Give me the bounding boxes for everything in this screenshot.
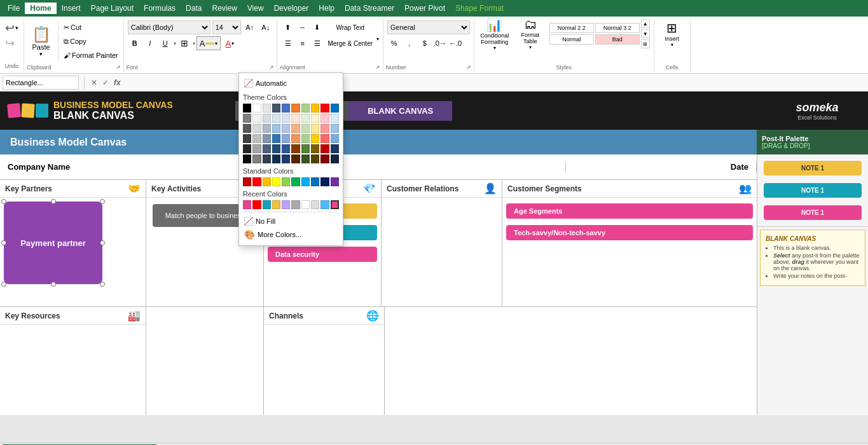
theme-swatch-blue3[interactable]	[331, 104, 339, 113]
theme-swatch-yellow[interactable]	[311, 104, 319, 113]
style-normal[interactable]: Normal	[549, 34, 594, 44]
menu-data[interactable]: Data	[181, 3, 207, 14]
clipboard-expand-icon[interactable]: ↗	[116, 64, 121, 71]
redo-button[interactable]: ↪	[3, 36, 21, 51]
underline-button[interactable]: U	[158, 36, 172, 50]
align-left-button[interactable]: ☰	[281, 36, 295, 50]
menu-insert[interactable]: Insert	[57, 3, 86, 14]
number-format-select[interactable]: General	[387, 20, 470, 34]
theme-swatch-green[interactable]	[301, 104, 310, 113]
menu-developer[interactable]: Developer	[269, 3, 314, 14]
theme-swatch-red[interactable]	[320, 104, 329, 113]
number-expand-icon[interactable]: ↗	[466, 64, 471, 71]
theme-swatch-blue2[interactable]	[282, 104, 290, 113]
no-fill-label: No Fill	[256, 217, 275, 225]
theme-swatch-blue1[interactable]	[272, 104, 280, 113]
menu-review[interactable]: Review	[207, 3, 242, 14]
bold-button[interactable]: B	[128, 36, 142, 50]
handle-br[interactable]	[100, 282, 105, 287]
handle-tl[interactable]	[1, 199, 6, 204]
increase-font-button[interactable]: A↑	[243, 20, 257, 34]
decrease-font-button[interactable]: A↓	[259, 20, 273, 34]
copy-button[interactable]: ⧉ Copy	[61, 37, 121, 46]
italic-button[interactable]: I	[143, 36, 157, 50]
merge-center-button[interactable]: Merge & Center	[325, 36, 376, 50]
align-middle-button[interactable]: ↔	[296, 20, 310, 34]
style-scroll-up[interactable]: ▲	[641, 19, 650, 28]
conditional-formatting-button[interactable]: 📊 Conditional Formatting ▾	[478, 16, 511, 52]
formula-input[interactable]	[125, 76, 865, 90]
blank-canvas-nav-button[interactable]: BLANK CANVAS	[348, 101, 452, 121]
font-row1: Calibri (Body) 14 A↑ A↓	[128, 20, 273, 34]
style-scroll-down[interactable]: ▼	[641, 29, 650, 38]
insert-function-icon[interactable]: fx	[113, 77, 122, 88]
palette-note-teal[interactable]: NOTE 1	[764, 183, 862, 198]
menu-data-streamer[interactable]: Data Streamer	[340, 3, 399, 14]
menu-home[interactable]: Home	[25, 3, 56, 14]
palette-note-pink[interactable]: NOTE 1	[764, 205, 862, 220]
insert-button[interactable]: ⊞ Insert ▾	[659, 20, 685, 48]
handle-ml[interactable]	[1, 240, 6, 245]
align-right-button[interactable]: ☰	[310, 36, 324, 50]
alignment-expand-icon[interactable]: ↗	[375, 64, 380, 71]
font-color-button[interactable]: A ▾	[222, 36, 237, 50]
font-expand-icon[interactable]: ↗	[269, 64, 274, 71]
decrease-decimal-button[interactable]: ←.0	[448, 36, 462, 50]
format-as-table-button[interactable]: 🗂 Format Table ▾	[514, 16, 547, 51]
copy-icon: ⧉	[64, 38, 69, 46]
menu-help[interactable]: Help	[313, 3, 340, 14]
fill-color-button[interactable]: A ▾	[196, 36, 221, 50]
increase-decimal-button[interactable]: .0→	[433, 36, 447, 50]
theme-swatch-lightgray[interactable]	[263, 104, 271, 113]
theme-colors-label: Theme Colors	[243, 93, 339, 101]
postit-container[interactable]: Payment partner	[4, 202, 102, 284]
handle-mr[interactable]	[100, 240, 105, 245]
wrap-text-button[interactable]: Wrap Text	[325, 20, 376, 34]
palette-note-yellow[interactable]: NOTE 1	[764, 161, 862, 175]
handle-tm[interactable]	[51, 199, 56, 204]
key-activities-label: Key Activities	[151, 184, 201, 193]
align-center-button[interactable]: ≡	[296, 36, 310, 50]
tag-age-segments[interactable]: Age Segments	[506, 203, 753, 219]
handle-tr[interactable]	[100, 199, 105, 204]
percent-button[interactable]: %	[387, 36, 401, 50]
right-palette-panel: NOTE 1 NOTE 1 NOTE 1 BLANK CANVAS This i…	[757, 154, 868, 415]
automatic-color-option[interactable]: Automatic	[243, 77, 339, 90]
undo-button[interactable]: ↩ ▾	[3, 20, 21, 36]
more-colors-option[interactable]: 🎨 More Colors...	[243, 228, 339, 242]
tag-tech-savvy[interactable]: Tech-savvy/Non-tech-savvy	[506, 225, 753, 240]
comma-button[interactable]: ,	[403, 36, 417, 50]
style-scroll-more[interactable]: ⊞	[641, 39, 650, 48]
handle-bm[interactable]	[51, 282, 56, 287]
menu-shape-format[interactable]: Shape Format	[450, 3, 509, 14]
style-normal-3-2[interactable]: Normal 3 2	[595, 23, 640, 33]
format-painter-button[interactable]: 🖌 Format Painter	[61, 51, 121, 60]
theme-swatch-white[interactable]	[252, 104, 261, 113]
theme-swatch-orange[interactable]	[291, 104, 300, 113]
menu-view[interactable]: View	[242, 3, 269, 14]
align-top-button[interactable]: ⬆	[281, 20, 295, 34]
no-fill-option[interactable]: No Fill	[243, 215, 339, 228]
menu-power-pivot[interactable]: Power Pivot	[399, 3, 450, 14]
menu-page-layout[interactable]: Page Layout	[86, 3, 139, 14]
confirm-formula-icon[interactable]: ✓	[101, 77, 110, 88]
date-cell[interactable]: Date	[566, 162, 757, 172]
align-bottom-button[interactable]: ⬇	[310, 20, 324, 34]
style-bad[interactable]: Bad	[595, 34, 640, 44]
paste-button[interactable]: 📋 Paste ▾	[27, 20, 59, 62]
menu-formulas[interactable]: Formulas	[139, 3, 181, 14]
postit-payment-partner[interactable]: Payment partner	[4, 202, 102, 284]
tag-data-security[interactable]: Data security	[268, 247, 377, 262]
style-normal-2-2[interactable]: Normal 2 2	[549, 23, 594, 33]
theme-swatch-black[interactable]	[243, 104, 251, 113]
cut-button[interactable]: ✂ Cut	[61, 23, 121, 32]
handle-bl[interactable]	[1, 282, 6, 287]
name-box[interactable]	[3, 76, 79, 90]
cancel-formula-icon[interactable]: ✕	[90, 77, 99, 88]
currency-button[interactable]: $	[418, 36, 432, 50]
font-size-select[interactable]: 14	[212, 20, 241, 34]
info-box-list: This is a blank canvas. Select any post-…	[766, 245, 860, 279]
border-button[interactable]: ⊞	[177, 36, 191, 50]
font-family-select[interactable]: Calibri (Body)	[128, 20, 210, 34]
menu-file[interactable]: File	[3, 3, 25, 14]
